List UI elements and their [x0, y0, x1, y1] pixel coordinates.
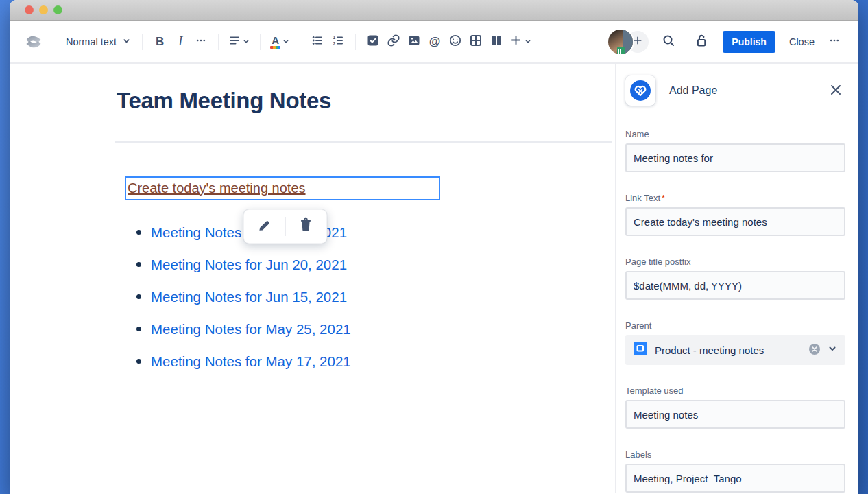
- more-actions-button[interactable]: [823, 30, 846, 54]
- emoji-button[interactable]: [445, 31, 466, 53]
- close-x-icon: [829, 83, 843, 99]
- restrictions-button[interactable]: [688, 30, 712, 54]
- confluence-logo-icon: [23, 32, 44, 52]
- desktop-background: Normal text B I: [0, 0, 868, 494]
- toolbar-separator: [142, 34, 143, 50]
- field-parent: Parent Product - meeting notes: [625, 320, 845, 365]
- window-titlebar: [10, 0, 858, 21]
- editor-toolbar: Normal text B I: [10, 21, 858, 64]
- mention-icon: @: [429, 35, 441, 49]
- toolbar-separator: [285, 217, 286, 236]
- image-icon: [407, 34, 421, 50]
- name-field-label: Name: [625, 129, 845, 139]
- delete-trash-icon: [299, 217, 313, 235]
- clear-parent-button[interactable]: [808, 343, 821, 357]
- horizontal-rule: [115, 141, 612, 143]
- link-text-field-label: Link Text*: [625, 193, 845, 203]
- zoom-window-button[interactable]: [53, 5, 62, 14]
- numbered-list-button[interactable]: 12: [328, 31, 348, 53]
- chevron-down-icon: [242, 36, 250, 48]
- more-dots-icon: [829, 35, 840, 49]
- unlock-icon: [693, 33, 708, 50]
- required-asterisk: *: [662, 193, 665, 203]
- parent-page-value: Product - meeting notes: [655, 344, 808, 356]
- close-editor-button[interactable]: Close: [782, 31, 821, 53]
- toolbar-separator: [300, 34, 300, 50]
- svg-text:2: 2: [333, 41, 336, 46]
- selected-macro-outline[interactable]: Create today's meeting notes: [125, 176, 440, 200]
- macro-floating-toolbar: [243, 209, 327, 244]
- name-input[interactable]: [625, 143, 845, 172]
- task-list-button[interactable]: [363, 31, 383, 53]
- parent-field-label: Parent: [625, 320, 845, 331]
- field-labels: Labels: [625, 449, 845, 493]
- insert-image-button[interactable]: [404, 31, 424, 53]
- link-icon: [387, 34, 400, 50]
- more-dots-icon: [195, 35, 206, 49]
- delete-macro-button[interactable]: [293, 213, 319, 239]
- template-used-input[interactable]: [625, 400, 845, 429]
- list-item: Meeting Notes for Jun 20, 2021: [136, 248, 351, 281]
- clear-circle-x-icon: [808, 343, 821, 357]
- chevron-down-icon: [282, 36, 290, 48]
- meeting-note-link[interactable]: Meeting Notes for May 17, 2021: [151, 353, 351, 370]
- align-text-dropdown[interactable]: [226, 31, 253, 53]
- close-window-button[interactable]: [25, 5, 34, 14]
- panel-header: Add Page: [625, 75, 845, 106]
- chevron-down-icon: [524, 36, 532, 48]
- insert-link-button[interactable]: [383, 31, 404, 53]
- meeting-note-link[interactable]: Meeting Notes for Jun 15, 2021: [151, 289, 347, 305]
- meeting-note-link[interactable]: Meeting Notes for May 25, 2021: [151, 321, 351, 338]
- labels-field-label: Labels: [625, 449, 845, 460]
- bold-button[interactable]: B: [149, 31, 170, 53]
- panel-title: Add Page: [669, 84, 717, 97]
- edit-macro-button[interactable]: [252, 213, 278, 239]
- mention-button[interactable]: @: [424, 31, 445, 53]
- search-button[interactable]: [657, 30, 680, 54]
- avatar[interactable]: [608, 30, 633, 54]
- toolbar-separator: [260, 34, 261, 50]
- italic-button[interactable]: I: [170, 31, 191, 53]
- meeting-note-link[interactable]: Meeting Notes for Jun 20, 2021: [151, 257, 347, 273]
- insert-more-dropdown[interactable]: [507, 31, 535, 53]
- text-color-dropdown[interactable]: A: [267, 31, 293, 53]
- parent-page-icon: [634, 342, 647, 358]
- text-color-icon: A: [270, 35, 280, 49]
- app-window: Normal text B I: [10, 0, 858, 494]
- emoji-icon: [448, 34, 462, 50]
- avatar-status-badge: [617, 47, 625, 54]
- template-used-label: Template used: [625, 386, 845, 396]
- toolbar-separator: [355, 34, 356, 50]
- numbered-list-icon: 12: [332, 34, 344, 49]
- bullet-list-button[interactable]: [307, 31, 328, 53]
- field-link-text: Link Text*: [625, 193, 845, 236]
- publish-button[interactable]: Publish: [723, 31, 775, 53]
- insert-table-button[interactable]: [466, 31, 486, 53]
- text-style-dropdown[interactable]: Normal text: [62, 32, 135, 51]
- app-heart-logo-icon: [630, 80, 651, 101]
- list-item: Meeting Notes for May 25, 2021: [136, 313, 351, 345]
- minimize-window-button[interactable]: [39, 5, 48, 14]
- field-page-title-postfix: Page title postfix: [625, 257, 845, 300]
- page-title-postfix-input[interactable]: [625, 271, 845, 300]
- chevron-down-icon: [122, 36, 131, 47]
- more-formatting-button[interactable]: [191, 31, 211, 53]
- bold-icon: B: [156, 35, 164, 49]
- add-page-panel: Add Page Name Link Text* Pag: [616, 64, 858, 493]
- toolbar-separator: [218, 34, 219, 50]
- main-area: Team Meeting Notes Create today's meetin…: [10, 64, 858, 493]
- editor-canvas[interactable]: Team Meeting Notes Create today's meetin…: [10, 64, 615, 493]
- create-meeting-notes-link[interactable]: Create today's meeting notes: [128, 180, 306, 196]
- add-people-plus-icon: [632, 35, 643, 49]
- link-text-input[interactable]: [625, 207, 845, 236]
- labels-input[interactable]: [625, 464, 845, 493]
- plus-icon: [509, 34, 522, 49]
- app-icon-card: [625, 75, 655, 106]
- italic-icon: I: [178, 34, 182, 49]
- layouts-button[interactable]: [486, 31, 507, 53]
- table-icon: [469, 34, 483, 50]
- field-template-used: Template used: [625, 386, 845, 429]
- task-checkbox-icon: [366, 34, 380, 50]
- parent-page-select[interactable]: Product - meeting notes: [625, 335, 845, 365]
- panel-close-button[interactable]: [826, 80, 845, 102]
